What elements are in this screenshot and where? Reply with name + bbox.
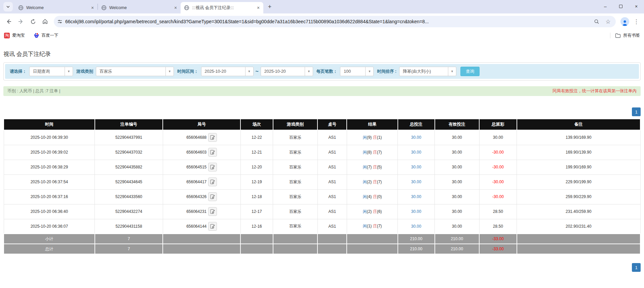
col-total-bet: 总投注 <box>398 119 435 130</box>
bet-id: 522904431158 <box>95 219 163 234</box>
forward-button[interactable] <box>15 16 26 27</box>
tab-welcome-1[interactable]: Welcome × <box>15 2 98 13</box>
valid-bet: 30.00 <box>435 130 480 145</box>
result-cell: 闲(9) 庄(1) <box>347 130 397 145</box>
payout: -30.00 <box>479 189 517 204</box>
video-replay-button[interactable] <box>208 133 217 142</box>
minimize-button[interactable]: – <box>598 0 613 13</box>
sort-select[interactable]: 降幂(由大到小) ▼ <box>399 67 456 76</box>
page-1-button[interactable]: 1 <box>632 263 641 272</box>
back-button[interactable] <box>3 16 14 27</box>
subtotal-label: 小计 <box>4 234 95 244</box>
video-replay-button[interactable] <box>208 148 217 157</box>
valid-bet: 30.00 <box>435 219 480 234</box>
query-type-select[interactable]: 日期查询 ▼ <box>29 67 73 76</box>
payout: -30.00 <box>479 174 517 189</box>
total-bet-cell: 30.00 <box>398 160 435 174</box>
total-bet-link[interactable]: 30.00 <box>411 150 421 155</box>
session: 12-21 <box>240 145 273 160</box>
remark: 259.90/229.90 <box>517 189 640 204</box>
table-no: AS1 <box>317 130 347 145</box>
bookmark-baidu[interactable]: du 百度一下 <box>34 33 59 38</box>
tab-title: Welcome <box>26 5 87 10</box>
table-row: 2025-10-20 06:36:07 522904431158 6560641… <box>4 219 640 234</box>
tab-search-button[interactable] <box>3 2 13 11</box>
per-page-label: 每页笔数： <box>316 69 338 74</box>
table-no: AS1 <box>317 160 347 174</box>
subtotal-total-bet: 210.00 <box>398 234 435 244</box>
game-type-label: 游戏类别 <box>76 69 93 74</box>
date-from-select[interactable]: 2025-10-20 ▼ <box>201 67 254 76</box>
total-bet-link[interactable]: 30.00 <box>411 194 421 199</box>
time-range-label: 时间区间： <box>177 69 198 74</box>
person-icon <box>621 19 628 26</box>
page-1-button[interactable]: 1 <box>632 107 641 116</box>
col-session: 场次 <box>240 119 273 130</box>
total-bet-link[interactable]: 30.00 <box>411 135 421 140</box>
valid-bet: 30.00 <box>435 174 480 189</box>
table-no: AS1 <box>317 174 347 189</box>
game-type: 百家乐 <box>273 130 318 145</box>
address-bar[interactable]: 66cxkj98.com/ipl/portal.php/game/betreco… <box>54 16 616 27</box>
bet-id: 522904437032 <box>95 145 163 160</box>
query-button[interactable]: 查询 <box>460 67 480 76</box>
bookmark-aitaobao[interactable]: 淘 爱淘宝 <box>4 33 25 38</box>
tab-welcome-2[interactable]: Welcome × <box>98 2 181 13</box>
maximize-button[interactable] <box>613 0 629 13</box>
maximize-icon <box>619 5 622 8</box>
bookmark-star-icon[interactable]: ☆ <box>604 17 612 26</box>
bet-id: 522904433560 <box>95 189 163 204</box>
total-bet-link[interactable]: 30.00 <box>411 209 421 214</box>
url-text[interactable]: 66cxkj98.com/ipl/portal.php/game/betreco… <box>65 19 590 24</box>
profile-avatar[interactable] <box>620 17 629 26</box>
game-type-select[interactable]: 百家乐 ▼ <box>96 67 174 76</box>
page-content: 视讯 会员下注纪录 请选择： 日期查询 ▼ 游戏类别 百家乐 ▼ 时间区间： 2… <box>0 50 644 272</box>
table-no: AS1 <box>317 189 347 204</box>
table-header-row: 时间 注单编号 局号 场次 游戏类别 桌号 结果 总投注 有效投注 总派彩 备注 <box>4 119 640 130</box>
video-replay-button[interactable] <box>208 207 217 216</box>
tab-betrecord-active[interactable]: :::视讯 会员下注纪录::: × <box>181 2 263 13</box>
payout: -30.00 <box>479 145 517 160</box>
round-id-cell: 656064515 <box>163 160 240 174</box>
bet-time: 2025-10-20 06:36:40 <box>4 204 95 219</box>
video-replay-button[interactable] <box>208 222 217 231</box>
bet-time: 2025-10-20 06:39:30 <box>4 130 95 145</box>
video-replay-button[interactable] <box>208 192 217 201</box>
browser-menu-icon[interactable]: ⋮ <box>632 18 641 25</box>
pagination-top: 1 <box>3 107 641 116</box>
col-remark: 备注 <box>517 119 640 130</box>
reload-icon <box>30 19 36 25</box>
close-icon[interactable]: × <box>255 5 261 11</box>
col-table-no: 桌号 <box>317 119 347 130</box>
new-tab-button[interactable]: + <box>265 2 274 11</box>
total-bet-cell: 30.00 <box>398 174 435 189</box>
round-id-cell: 656064144 <box>163 219 240 234</box>
close-icon[interactable]: × <box>173 5 179 11</box>
sort-label: 时间排序 : <box>377 69 396 74</box>
video-icon <box>210 224 215 229</box>
session: 12-20 <box>240 160 273 174</box>
all-bookmarks-button[interactable]: 所有书签 <box>610 33 640 38</box>
session: 12-17 <box>240 204 273 219</box>
close-window-button[interactable]: × <box>629 0 644 13</box>
total-bet-link[interactable]: 30.00 <box>411 180 421 184</box>
close-icon[interactable]: × <box>89 5 96 11</box>
zoom-icon[interactable] <box>592 17 601 26</box>
total-bet-link[interactable]: 30.00 <box>411 165 421 169</box>
video-replay-button[interactable] <box>208 178 217 186</box>
video-replay-button[interactable] <box>208 163 217 171</box>
col-time: 时间 <box>4 119 95 130</box>
browser-toolbar: 66cxkj98.com/ipl/portal.php/game/betreco… <box>0 13 644 30</box>
total-bet-link[interactable]: 30.00 <box>411 224 421 229</box>
round-id-cell: 656064688 <box>163 130 240 145</box>
per-page-select[interactable]: 100 ▼ <box>340 67 374 76</box>
round-id: 656064603 <box>186 150 206 155</box>
back-icon <box>6 19 12 25</box>
bet-time: 2025-10-20 06:37:16 <box>4 189 95 204</box>
remark: 139.90/169.90 <box>517 130 640 145</box>
date-to-select[interactable]: 2025-10-20 ▼ <box>261 67 313 76</box>
forward-icon <box>18 19 24 25</box>
home-button[interactable] <box>40 16 50 27</box>
chevron-down-icon: ▼ <box>245 67 253 76</box>
reload-button[interactable] <box>28 16 38 27</box>
